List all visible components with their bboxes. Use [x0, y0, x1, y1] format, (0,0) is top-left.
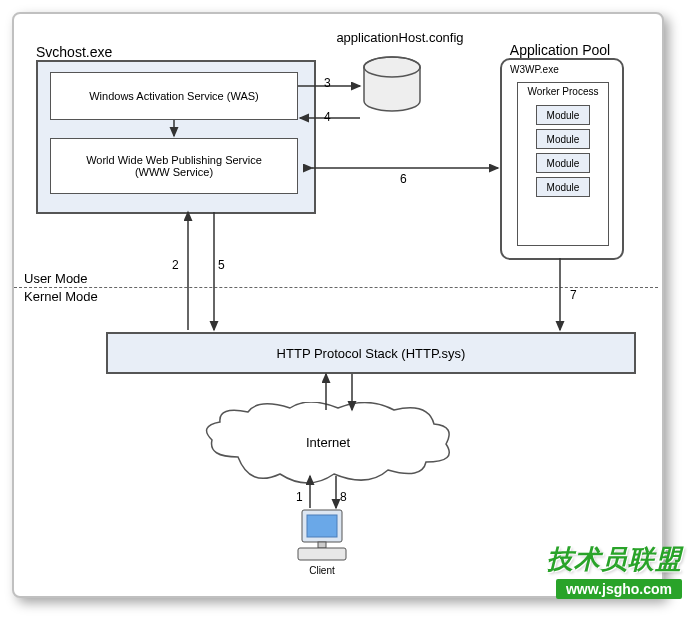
watermark: 技术员联盟 www.jsgho.com	[547, 542, 682, 599]
apppool-label: Application Pool	[500, 42, 620, 58]
www-box: World Wide Web Publishing Service (WWW S…	[50, 138, 298, 194]
module-box-4: Module	[536, 177, 590, 197]
watermark-url: www.jsgho.com	[556, 579, 682, 599]
arrow-num-8: 8	[340, 490, 347, 504]
apppool-box: W3WP.exe Worker Process Module Module Mo…	[500, 58, 624, 260]
watermark-title: 技术员联盟	[547, 542, 682, 577]
usermode-label: User Mode	[24, 271, 88, 286]
arrow-num-2: 2	[172, 258, 179, 272]
arrow-num-1: 1	[296, 490, 303, 504]
svg-rect-4	[318, 542, 326, 548]
mode-divider	[14, 287, 658, 288]
httpsys-label: HTTP Protocol Stack (HTTP.sys)	[277, 346, 466, 361]
arrow-num-4: 4	[324, 110, 331, 124]
internet-cloud: Internet	[198, 402, 458, 492]
arrow-num-7: 7	[570, 288, 577, 302]
arrow-num-3: 3	[324, 76, 331, 90]
apphost-label: applicationHost.config	[320, 30, 480, 45]
svg-rect-3	[307, 515, 337, 537]
module-box-3: Module	[536, 153, 590, 173]
was-box: Windows Activation Service (WAS)	[50, 72, 298, 120]
module-box-1: Module	[536, 105, 590, 125]
was-text: Windows Activation Service (WAS)	[89, 90, 259, 102]
svchost-label: Svchost.exe	[36, 44, 112, 60]
httpsys-box: HTTP Protocol Stack (HTTP.sys)	[106, 332, 636, 374]
client-computer-icon: Client	[292, 508, 352, 568]
svg-rect-5	[298, 548, 346, 560]
kernelmode-label: Kernel Mode	[24, 289, 98, 304]
www-line1: World Wide Web Publishing Service	[86, 154, 262, 166]
worker-box: Worker Process Module Module Module Modu…	[517, 82, 609, 246]
arrow-num-6: 6	[400, 172, 407, 186]
config-cylinder	[362, 55, 422, 119]
w3wp-label: W3WP.exe	[510, 64, 559, 75]
module-box-2: Module	[536, 129, 590, 149]
client-label: Client	[309, 565, 335, 576]
arrow-num-5: 5	[218, 258, 225, 272]
worker-label: Worker Process	[524, 86, 602, 97]
www-line2: (WWW Service)	[135, 166, 213, 178]
internet-label: Internet	[306, 435, 350, 450]
